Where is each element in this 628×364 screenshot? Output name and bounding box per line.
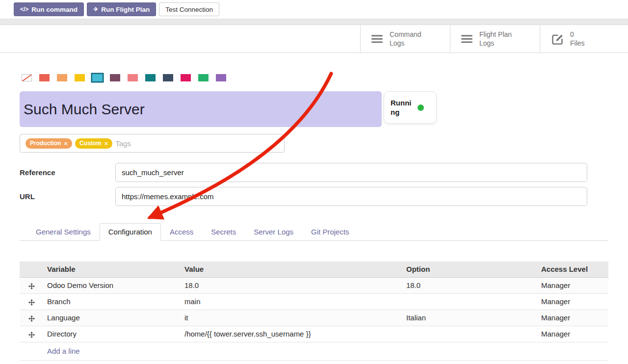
test-connection-button[interactable]: Test Connection [159, 2, 219, 16]
tab-secrets[interactable]: Secrets [202, 223, 245, 241]
cell-option[interactable]: Italian [402, 310, 537, 326]
color-swatch-8[interactable] [163, 74, 173, 81]
tab-general-settings[interactable]: General Settings [27, 223, 100, 241]
run-flight-plan-button[interactable]: ✈ Run Flight Plan [87, 2, 156, 16]
server-name-input[interactable] [20, 91, 382, 127]
tab-configuration[interactable]: Configuration [100, 223, 161, 241]
cell-access-level[interactable]: Manager [537, 277, 608, 293]
tags-select[interactable]: Production×Custom× Tags ▼ [20, 134, 285, 153]
color-swatch-6[interactable] [128, 74, 138, 81]
status-indicator-dot [418, 104, 424, 111]
status-card[interactable]: Running [384, 91, 437, 124]
header-option: Option [402, 261, 537, 277]
header-access-level: Access Level [537, 261, 608, 277]
tab-access[interactable]: Access [161, 223, 202, 241]
reference-label: Reference [20, 168, 115, 177]
form-sheet: Running Production×Custom× Tags ▼ Refere… [0, 74, 628, 361]
tag-label: Custom [79, 140, 102, 147]
header-band: Command Logs Flight Plan Logs 0 Files [0, 25, 628, 53]
run-command-button[interactable]: </> Run command [14, 2, 84, 16]
cell-variable[interactable]: Language [43, 310, 181, 326]
bars-icon [371, 35, 383, 43]
add-line-row: Add a line [20, 342, 608, 360]
drag-handle-icon[interactable] [20, 277, 43, 293]
drag-handle-icon[interactable] [20, 326, 43, 342]
tag-label: Production [30, 140, 61, 147]
cell-option[interactable] [402, 326, 537, 342]
tag-pill-custom[interactable]: Custom× [75, 138, 112, 149]
header-handle [20, 261, 43, 277]
tag-pills: Production×Custom× [26, 138, 112, 149]
stat-button-files[interactable]: 0 Files [540, 25, 628, 52]
cell-variable[interactable]: Branch [43, 293, 181, 310]
notebook-tabs: General Settings Configuration Access Se… [20, 223, 608, 241]
drag-handle-icon[interactable] [20, 293, 43, 310]
drag-handle-icon[interactable] [20, 310, 43, 326]
url-label: URL [20, 192, 115, 201]
color-swatch-1[interactable] [39, 74, 50, 81]
color-swatch-7[interactable] [145, 74, 156, 81]
cell-value[interactable]: it [181, 310, 402, 326]
cell-option[interactable]: 18.0 [402, 277, 537, 293]
stat-command-logs-line1: Command [390, 30, 421, 39]
control-bar: </> Run command ✈ Run Flight Plan Test C… [0, 0, 628, 19]
status-label: Running [391, 98, 413, 117]
test-connection-label: Test Connection [165, 6, 213, 13]
tag-remove-icon[interactable]: × [64, 140, 68, 147]
cell-variable[interactable]: Odoo Demo Version [43, 277, 181, 293]
stat-flight-plan-logs-line2: Logs [479, 39, 512, 48]
bars-icon [461, 35, 473, 43]
cell-option[interactable] [402, 293, 537, 310]
run-command-label: Run command [31, 6, 78, 13]
cell-value[interactable]: main [181, 293, 402, 310]
cell-value[interactable]: /home/{{ tower.server.ssh_username }} [181, 326, 402, 342]
cell-access-level[interactable]: Manager [537, 293, 608, 310]
tag-pill-production[interactable]: Production× [26, 138, 72, 149]
edit-icon [551, 32, 564, 45]
reference-input[interactable] [115, 163, 587, 182]
color-swatch-9[interactable] [181, 74, 191, 81]
divider-strip [0, 19, 628, 25]
table-row[interactable]: Branch main Manager [20, 293, 608, 310]
stat-command-logs-line2: Logs [390, 39, 421, 48]
table-row[interactable]: Directory /home/{{ tower.server.ssh_user… [20, 326, 608, 342]
cell-value[interactable]: 18.0 [181, 277, 402, 293]
color-swatch-10[interactable] [198, 74, 209, 81]
tab-git-projects[interactable]: Git Projects [302, 223, 358, 241]
cell-access-level[interactable]: Manager [537, 310, 608, 326]
url-input[interactable] [115, 187, 587, 206]
cell-variable[interactable]: Directory [43, 326, 181, 342]
stat-button-command-logs[interactable]: Command Logs [360, 25, 450, 52]
table-row[interactable]: Language it Italian Manager [20, 310, 608, 326]
tag-remove-icon[interactable]: × [105, 140, 108, 147]
stat-button-flight-plan-logs[interactable]: Flight Plan Logs [450, 25, 540, 52]
color-swatch-11[interactable] [216, 74, 226, 81]
color-swatch-3[interactable] [75, 74, 85, 81]
table-row[interactable]: Odoo Demo Version 18.0 18.0 Manager [20, 277, 608, 293]
tab-server-logs[interactable]: Server Logs [245, 223, 302, 241]
run-flight-plan-label: Run Flight Plan [101, 6, 150, 13]
stat-files-line2: Files [570, 39, 585, 48]
color-swatch-4[interactable] [92, 74, 103, 81]
configuration-table: Variable Value Option Access Level Odoo … [20, 261, 608, 361]
color-swatch-5[interactable] [110, 74, 120, 81]
code-icon: </> [20, 6, 28, 13]
cell-access-level[interactable]: Manager [537, 326, 608, 342]
header-value: Value [181, 261, 402, 277]
stat-flight-plan-logs-line1: Flight Plan [479, 30, 512, 39]
stat-files-count: 0 [570, 30, 585, 39]
color-swatch-none[interactable] [22, 74, 32, 81]
plane-icon: ✈ [93, 6, 98, 13]
tags-placeholder: Tags [115, 139, 131, 148]
color-swatch-2[interactable] [57, 74, 67, 81]
add-line-link[interactable]: Add a line [47, 347, 80, 355]
header-variable: Variable [43, 261, 181, 277]
chevron-down-icon[interactable]: ▼ [274, 141, 279, 146]
color-palette [22, 74, 608, 81]
